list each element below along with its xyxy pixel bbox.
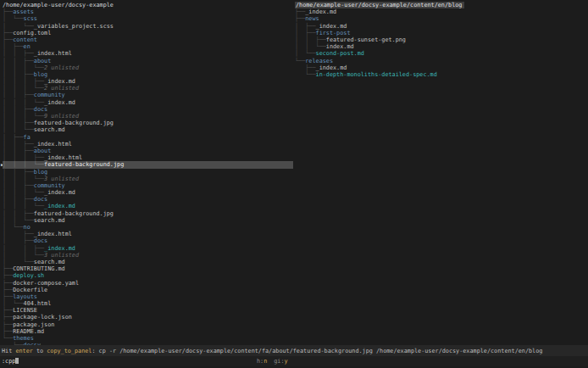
tree-node[interactable]: ├──Dockerfile	[3, 287, 293, 293]
status-keyword: enter	[15, 348, 32, 354]
tree-node[interactable]: │ │ ├──docs	[3, 106, 293, 113]
tree-guide: ├──	[3, 328, 13, 335]
tree-node[interactable]: │ │ ├──blog	[3, 169, 293, 176]
tree-node[interactable]: └──themes	[3, 335, 293, 342]
file-name: featured-background.jpg	[34, 210, 114, 217]
tree-node[interactable]: │ │ ├──_index.md	[3, 245, 293, 252]
tree-node[interactable]: │ │ ├──blog	[3, 71, 293, 78]
file-name: CONTRIBUTING.md	[13, 265, 64, 272]
tree-node[interactable]: │ │ │ └──featured-background.jpg	[3, 161, 293, 168]
tree-guide: │ └──	[295, 50, 316, 57]
tree-guide: ├──	[3, 293, 13, 300]
tree-node[interactable]: ├──layouts	[3, 293, 293, 300]
tree-node[interactable]: │ │ ├──_index.html	[3, 50, 293, 57]
tree-node[interactable]: ├──_index.md	[295, 64, 585, 71]
directory-name: fa	[24, 134, 31, 141]
file-name: _index.md	[44, 203, 75, 209]
directory-name: blog	[34, 169, 47, 176]
tree-node[interactable]: │ └──_variables_project.scss	[3, 23, 293, 30]
flag-value: y	[285, 358, 288, 365]
tree-node[interactable]: │ ├──fa	[3, 134, 293, 141]
tree-node[interactable]: │ └──404.html	[3, 300, 293, 307]
directory-name: no	[24, 224, 31, 231]
left-panel-root-path[interactable]: /home/example-user/docsy-example	[3, 2, 293, 8]
status-text: Hit	[2, 348, 15, 354]
tree-guide: │ ├──	[3, 134, 24, 141]
file-name: _index.html	[34, 231, 72, 237]
tree-node[interactable]: │ ├──docs	[3, 237, 293, 244]
tree-node[interactable]: │ │ │ └──2 unlisted	[3, 64, 293, 71]
unlisted-count: 3 unlisted	[44, 252, 79, 259]
flag-value: n	[263, 358, 267, 365]
tree-node[interactable]: │ └──no	[3, 224, 293, 231]
tree-node[interactable]: ├──CONTRIBUTING.md	[3, 265, 293, 272]
tree-node[interactable]: │ │ ├──about	[3, 148, 293, 154]
tree-guide: │ └──	[3, 224, 24, 231]
tree-node[interactable]: │ │ │ └──_index.md	[3, 203, 293, 209]
directory-name: community	[34, 182, 65, 189]
tree-node[interactable]: ├──config.toml	[3, 30, 293, 36]
tree-node[interactable]: ├──package-lock.json	[3, 314, 293, 321]
tree-node[interactable]: │ │ ├──about	[3, 58, 293, 64]
flag-label: gi:	[274, 358, 284, 365]
tree-guide: │ │ │ └──	[3, 203, 44, 209]
tree-guide: │ │ │ └──	[3, 176, 44, 182]
file-name: README.md	[13, 328, 44, 335]
file-name: _index.html	[34, 141, 72, 148]
status-bar-text: Hit enter to copy_to_panel: cp -r /home/…	[0, 348, 542, 354]
tree-node[interactable]: ├──deploy.sh	[3, 272, 293, 279]
command-input-value: :cpp	[2, 358, 15, 365]
tree-node[interactable]: │ └──second-post.md	[295, 50, 585, 57]
tree-node[interactable]: │ │ ├──featured-background.jpg	[3, 210, 293, 217]
tree-node[interactable]: │ └──search.md	[3, 259, 293, 265]
tree-node[interactable]: ├──package.json	[3, 321, 293, 328]
tree-guide: │ │ ├──	[3, 210, 34, 217]
tree-guide: ├──	[3, 287, 13, 293]
tree-guide: ├──	[3, 280, 13, 287]
tree-guide: │ │ │ └──	[3, 161, 44, 168]
directory-name: releases	[305, 58, 333, 64]
directory-name: layouts	[13, 293, 37, 300]
tree-node[interactable]: │ │ ├──_index.html	[3, 141, 293, 148]
file-name: _index.html	[34, 50, 72, 57]
tree-node[interactable]: ├──assets	[3, 8, 293, 15]
tree-node[interactable]: ├──content	[3, 36, 293, 43]
tree-guide: │ │ ├──	[3, 71, 34, 78]
directory-name: blog	[34, 71, 47, 78]
status-text: : cp -r /home/example-user/docsy-example…	[92, 348, 542, 354]
tree-node[interactable]: │ ├──_index.md	[295, 23, 585, 30]
tree-node[interactable]: │ │ ├──community	[3, 92, 293, 98]
tree-node[interactable]: │ │ │ └──_index.md	[3, 99, 293, 106]
tree-node[interactable]: │ │ └──search.md	[3, 217, 293, 224]
tree-guide: │ │ ├──	[3, 245, 44, 252]
tree-node[interactable]: │ │ └──search.md	[3, 126, 293, 133]
tree-node[interactable]: ├──_index.md	[295, 8, 585, 15]
tree-node[interactable]: └──releases	[295, 58, 585, 64]
tree-guide: │ ├──	[3, 231, 34, 237]
directory-name: news	[305, 15, 319, 22]
tree-node[interactable]: │ │ │ └──3 unlisted	[3, 176, 293, 182]
tree-node[interactable]: └──in-depth-monoliths-detailed-spec.md	[295, 71, 585, 78]
tree-node[interactable]: │ │ │ └──9 unlisted	[3, 113, 293, 120]
tree-guide: │ │ │ └──	[3, 99, 44, 106]
tree-guide: │ │ ├──	[3, 50, 34, 57]
tree-node[interactable]: │ │ ├──featured-sunset-get.png	[295, 36, 585, 43]
tree-guide: │ │ │ └──	[3, 113, 44, 120]
tree-node[interactable]: ├──docker-compose.yaml	[3, 280, 293, 287]
tree-node[interactable]: ├──README.md	[3, 328, 293, 335]
tree-guide: │ │ ├──	[3, 148, 34, 154]
tree-node[interactable]: │ │ ├──community	[3, 182, 293, 189]
file-name: _index.md	[44, 245, 75, 252]
tree-guide: │ └──	[3, 23, 34, 30]
right-panel-root-path[interactable]: /home/example-user/docsy-example/content…	[295, 2, 585, 8]
file-name: /home/example-user/docsy-example/content…	[295, 2, 464, 8]
command-input[interactable]: :cpp	[2, 356, 19, 366]
tree-node[interactable]: │ │ └──3 unlisted	[3, 252, 293, 259]
tree-node[interactable]: │ ├──first-post	[295, 30, 585, 36]
tree-guide: └──	[3, 335, 13, 342]
file-name: _index.md	[44, 99, 75, 106]
right-panel-tree: /home/example-user/docsy-example/content…	[295, 2, 585, 78]
tree-node[interactable]: │ └──scss	[3, 15, 293, 22]
file-name: in-depth-monoliths-detailed-spec.md	[316, 71, 437, 78]
tree-node[interactable]: ├──news	[295, 15, 585, 22]
